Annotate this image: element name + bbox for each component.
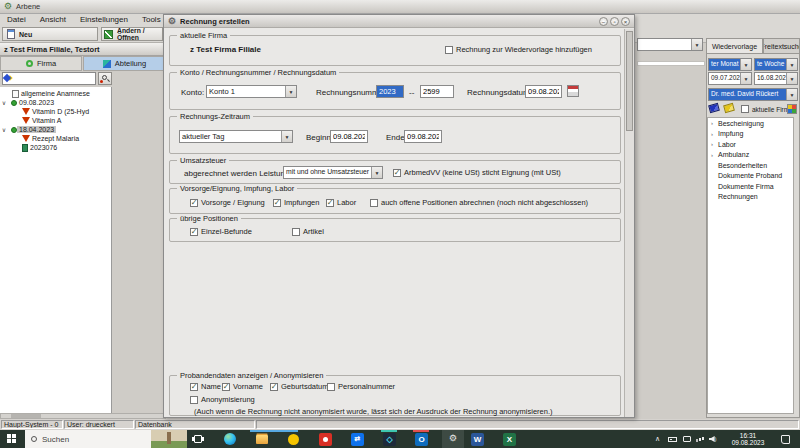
einzel-befunde-checkbox[interactable]: ✓Einzel-Befunde	[190, 227, 252, 236]
tray-chevron-icon[interactable]: ∧	[650, 432, 665, 446]
calendar-icon[interactable]	[567, 85, 579, 97]
tree-row[interactable]: Vitamin A	[0, 116, 110, 125]
file-explorer-icon[interactable]	[254, 432, 269, 446]
speaker-icon[interactable]: )	[705, 432, 720, 446]
tab-firma[interactable]: Firma	[0, 56, 82, 71]
yellow-app-icon[interactable]	[286, 432, 301, 446]
tree-search-input[interactable]	[2, 72, 96, 85]
beginn-input[interactable]	[330, 130, 368, 143]
group-vorsorge: Vorsorge/Eignung, Impfung, Labor ✓Vorsor…	[169, 188, 621, 214]
dialog-titlebar[interactable]: ⚙ Rechnung erstellen	[164, 15, 634, 28]
start-button[interactable]	[4, 432, 19, 446]
collapse-icon[interactable]: ∨	[0, 126, 8, 133]
new-button[interactable]: Neu	[2, 27, 98, 41]
expand-icon[interactable]: ›	[711, 141, 716, 147]
offene-positionen-checkbox[interactable]: auch offene Positionen abrechnen (noch n…	[370, 198, 588, 207]
tree-row[interactable]: allgemeine Anamnese	[0, 89, 110, 98]
zeitraum-select[interactable]: aktueller Tag▼	[179, 130, 293, 143]
edge-icon[interactable]	[222, 432, 237, 446]
chevron-down-icon: ▼	[691, 39, 702, 50]
firma-color-icon[interactable]	[787, 104, 797, 114]
konto-select[interactable]: Konto 1▼	[206, 85, 297, 98]
maximize-icon[interactable]: ▫	[610, 17, 619, 26]
list-item[interactable]: Besonderheiten	[708, 160, 793, 171]
teamviewer-icon[interactable]: ⇄	[350, 432, 365, 446]
background-combobox[interactable]: ▼	[637, 38, 703, 51]
wiedervorlage-checkbox[interactable]: Rechnung zur Wiedervorlage hinzufügen	[445, 45, 592, 54]
list-item[interactable]: Rechnungen	[708, 192, 793, 203]
tree-row-selected[interactable]: ∨ 18.04.2023	[0, 125, 110, 134]
battery-icon[interactable]	[665, 432, 680, 446]
labor-checkbox[interactable]: ✓Labor	[326, 198, 356, 207]
expand-icon[interactable]: ›	[711, 152, 716, 158]
taskbar-search-box[interactable]: Suchen	[25, 430, 187, 448]
tree-search-button[interactable]	[98, 72, 112, 85]
rechnungsdatum-label: Rechnungsdatum	[467, 88, 530, 97]
rechnungsnummer-input[interactable]	[420, 85, 454, 98]
selected-company-header: z Test Firma Filiale, Testort	[0, 43, 166, 56]
name-checkbox[interactable]: ✓Name	[190, 382, 221, 391]
list-item[interactable]: Dokumente Proband	[708, 171, 793, 182]
expand-icon[interactable]: ›	[711, 120, 716, 126]
word-icon[interactable]: W	[470, 432, 485, 446]
collapse-icon[interactable]: ∨	[0, 99, 8, 106]
arbmedvv-checkbox[interactable]: ✓ ArbmedVV (keine USt) sticht Eignung (m…	[393, 168, 561, 177]
tab-wiedervorlage[interactable]: Wiedervorlage	[706, 38, 763, 54]
settings-button-highlight[interactable]: ⚙	[442, 430, 464, 448]
personalnummer-checkbox[interactable]: Personalnummer	[327, 382, 395, 391]
menu-ansicht[interactable]: Ansicht	[33, 15, 73, 24]
settings-gear-icon: ⚙	[449, 434, 457, 443]
tab-abteilung[interactable]: Abteilung	[83, 56, 166, 71]
excel-icon[interactable]: X	[502, 432, 517, 446]
task-view-icon[interactable]	[190, 432, 205, 446]
tree-row[interactable]: ∨ 09.08.2023	[0, 98, 110, 107]
date-from-select[interactable]: 09.07.202▼	[708, 72, 752, 85]
chevron-down-icon: ▼	[281, 131, 292, 142]
edit-open-button[interactable]: Ändern / Öffnen	[101, 27, 163, 41]
menu-datei[interactable]: Datei	[0, 15, 33, 24]
tree-row[interactable]: 2023076	[0, 143, 110, 152]
anonymisierung-note: (Auch wenn die Rechnung nicht anonymisie…	[194, 407, 553, 416]
beginn-label: Beginn	[306, 133, 331, 142]
expand-icon[interactable]: ›	[711, 131, 716, 137]
tab-freitextsuche[interactable]: Freitextsuche	[763, 38, 800, 54]
close-icon[interactable]: ×	[621, 17, 630, 26]
aktuelle-firma-checkbox[interactable]: aktuelle Firma	[741, 105, 787, 113]
tree-row[interactable]: Vitamin D (25-Hyd	[0, 107, 110, 116]
leistungen-select[interactable]: mit und ohne Umsatzsteuer▼	[283, 166, 383, 179]
menu-einstellungen[interactable]: Einstellungen	[73, 15, 135, 24]
scrollbar-thumb[interactable]	[11, 414, 41, 418]
date-to-select[interactable]: 16.08.202▼	[754, 72, 798, 85]
list-item[interactable]: ›Labor	[708, 139, 793, 150]
chevron-down-icon: ▼	[786, 89, 797, 100]
impfungen-checkbox[interactable]: ✓Impfungen	[273, 198, 319, 207]
artikel-checkbox[interactable]: Artikel	[292, 227, 324, 236]
department-icon	[103, 60, 111, 68]
dialog-scrollbar[interactable]	[624, 29, 634, 417]
period-month-select[interactable]: ter Monat▼	[708, 58, 752, 71]
vorsorge-checkbox[interactable]: ✓Vorsorge / Eignung	[190, 198, 265, 207]
chevron-down-icon: ▼	[786, 59, 797, 70]
red-app-icon[interactable]	[318, 432, 333, 446]
scrollbar-thumb[interactable]	[626, 31, 633, 131]
anonymisierung-checkbox[interactable]: Anonymisierung	[190, 395, 255, 404]
rechnungsdatum-input[interactable]	[525, 85, 562, 98]
notification-center-icon[interactable]	[778, 432, 793, 446]
chevron-down-icon: ▼	[740, 73, 751, 84]
person-select[interactable]: Dr. med. David Rückert▼	[708, 88, 798, 101]
3d-viewer-icon[interactable]: ◇	[382, 432, 397, 446]
outlook-icon[interactable]: O	[414, 432, 429, 446]
period-week-select[interactable]: te Woche▼	[754, 58, 798, 71]
ende-input[interactable]	[404, 130, 442, 143]
list-item[interactable]: ›Impfung	[708, 129, 793, 140]
taskbar-clock[interactable]: 16:31 09.08.2023	[722, 432, 774, 446]
tree-row[interactable]: Rezept Malaria	[0, 134, 110, 143]
app-icon: ⚙	[4, 2, 12, 11]
list-item[interactable]: ›Ambulanz	[708, 150, 793, 161]
list-item[interactable]: ›Bescheinigung	[708, 118, 793, 129]
geburtsdatum-checkbox[interactable]: ✓Geburtsdatum	[270, 382, 329, 391]
list-item[interactable]: Dokumente Firma	[708, 181, 793, 192]
vorname-checkbox[interactable]: ✓Vorname	[222, 382, 263, 391]
rechnungsnummer-prefix-input[interactable]	[376, 85, 404, 98]
minimize-icon[interactable]: −	[599, 17, 608, 26]
